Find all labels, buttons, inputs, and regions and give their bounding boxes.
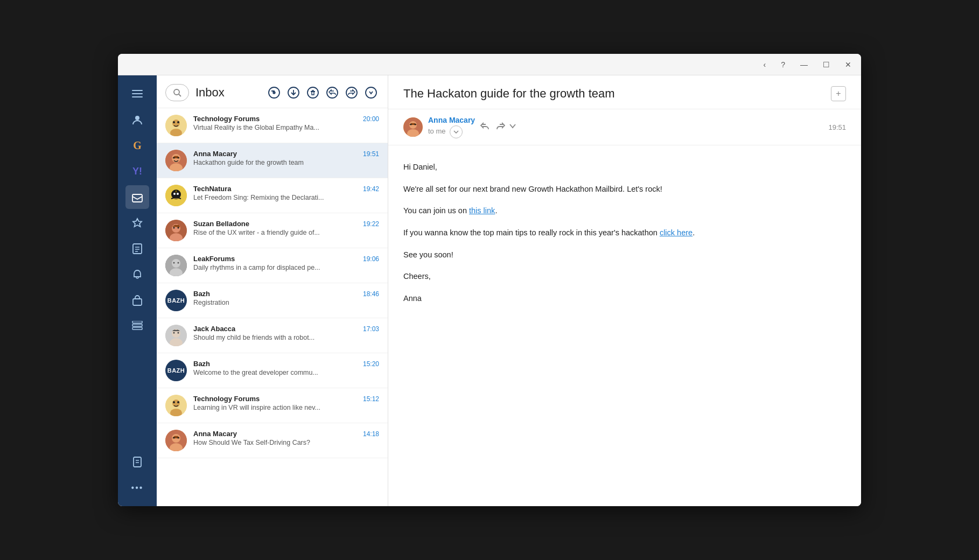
email-item[interactable]: Anna Macary 19:51 Hackathon guide for th… — [157, 143, 388, 178]
email-item[interactable]: Anna Macary 14:18 How Should We Tax Self… — [157, 423, 388, 458]
svg-point-51 — [173, 262, 175, 264]
svg-point-66 — [173, 437, 175, 439]
email-subject: Daily rhythms in a camp for displaced pe… — [193, 264, 379, 271]
svg-point-33 — [177, 121, 179, 123]
svg-point-3 — [135, 116, 139, 120]
sidebar: G Y! — [118, 75, 157, 506]
email-meta: Bazh 15:20 — [193, 360, 379, 368]
email-item[interactable]: BAZH Bazh 15:20 Welcome to the great dev… — [157, 353, 388, 388]
svg-point-71 — [410, 124, 412, 125]
avatar: BAZH — [165, 360, 187, 381]
reply-icon-button[interactable] — [480, 122, 491, 133]
forward-button[interactable] — [344, 85, 360, 101]
svg-point-32 — [173, 121, 175, 123]
svg-rect-4 — [132, 194, 142, 202]
sidebar-yahoo[interactable]: Y! — [125, 159, 149, 183]
close-button[interactable]: ✕ — [842, 59, 855, 70]
svg-point-28 — [366, 87, 376, 98]
email-item[interactable]: LeakForums 19:06 Daily rhythms in a camp… — [157, 248, 388, 283]
app-window: ‹ ? — ☐ ✕ G — [118, 54, 861, 506]
email-content: TechNatura 19:42 Let Freedom Sing: Remix… — [193, 185, 379, 201]
email-item[interactable]: BAZH Bazh 18:46 Registration — [157, 283, 388, 318]
email-sender: Technology Forums — [193, 115, 260, 123]
email-content: Suzan Belladone 19:22 Rise of the UX wri… — [193, 220, 379, 236]
email-item[interactable]: Technology Forums 20:00 Virtual Reality … — [157, 108, 388, 143]
avatar — [165, 395, 187, 416]
sidebar-notifications[interactable] — [125, 263, 149, 286]
body-greeting: Hi Daniel, — [403, 160, 846, 174]
email-time: 14:18 — [363, 430, 379, 438]
download-button[interactable] — [285, 85, 302, 101]
email-sender: Technology Forums — [193, 395, 260, 403]
email-subject: How Should We Tax Self-Driving Cars? — [193, 439, 379, 446]
email-content: Anna Macary 14:18 How Should We Tax Self… — [193, 430, 379, 446]
email-sender: Suzan Belladone — [193, 220, 249, 228]
forward-icon-button[interactable] — [494, 122, 505, 133]
svg-point-56 — [173, 332, 175, 334]
maximize-button[interactable]: ☐ — [820, 59, 833, 70]
email-time: 19:22 — [363, 220, 379, 228]
svg-point-42 — [177, 193, 179, 195]
email-sender: Anna Macary — [193, 430, 237, 438]
svg-point-49 — [172, 259, 180, 268]
avatar — [165, 185, 187, 206]
delete-button[interactable] — [305, 85, 321, 101]
more-reply-button[interactable] — [508, 122, 517, 133]
detail-time: 19:51 — [828, 123, 846, 131]
add-button[interactable]: + — [831, 86, 846, 101]
sidebar-addressbook[interactable] — [125, 450, 149, 474]
email-sender: LeakForums — [193, 255, 235, 263]
svg-point-62 — [177, 401, 179, 403]
email-meta: Jack Abacca 17:03 — [193, 325, 379, 333]
svg-point-37 — [173, 157, 175, 159]
svg-point-23 — [307, 87, 318, 98]
sidebar-notes[interactable] — [125, 237, 149, 261]
avatar — [165, 220, 187, 241]
titlebar: ‹ ? — ☐ ✕ — [118, 54, 861, 75]
avatar: BAZH — [165, 290, 187, 311]
svg-point-17 — [174, 89, 179, 95]
sidebar-more[interactable]: ••• — [125, 476, 149, 500]
svg-point-46 — [173, 227, 175, 229]
sidebar-inbox[interactable] — [125, 185, 149, 209]
svg-marker-5 — [133, 219, 142, 227]
email-meta: Anna Macary 14:18 — [193, 430, 379, 438]
email-item[interactable]: Jack Abacca 17:03 Should my child be fri… — [157, 318, 388, 353]
expand-sender-button[interactable] — [450, 125, 463, 138]
click-here-link[interactable]: click here — [660, 228, 693, 237]
more-button[interactable] — [363, 85, 379, 101]
body-paragraph6: Anna — [403, 292, 846, 305]
sidebar-google[interactable]: G — [125, 134, 149, 157]
sidebar-starred[interactable] — [125, 211, 149, 235]
email-sender: TechNatura — [193, 185, 232, 193]
email-time: 19:51 — [363, 150, 379, 158]
body-paragraph4: See you soon! — [403, 248, 846, 262]
email-item[interactable]: TechNatura 19:42 Let Freedom Sing: Remix… — [157, 178, 388, 213]
email-item[interactable]: Suzan Belladone 19:22 Rise of the UX wri… — [157, 213, 388, 248]
email-subject: Rise of the UX writer - a friendly guide… — [193, 229, 379, 236]
svg-point-61 — [173, 401, 175, 403]
this-link[interactable]: this link — [469, 206, 495, 215]
minimize-button[interactable]: — — [797, 59, 811, 70]
compose-button[interactable] — [266, 85, 282, 101]
sidebar-bag[interactable] — [125, 289, 149, 312]
email-time: 15:20 — [363, 360, 379, 368]
email-meta: LeakForums 19:06 — [193, 255, 379, 263]
sidebar-contacts[interactable] — [125, 108, 149, 131]
svg-point-72 — [415, 124, 416, 125]
email-meta: TechNatura 19:42 — [193, 185, 379, 193]
app-body: G Y! — [118, 75, 861, 506]
reply-button[interactable] — [324, 85, 340, 101]
sidebar-menu[interactable] — [125, 82, 149, 106]
email-time: 19:06 — [363, 255, 379, 263]
avatar — [165, 150, 187, 171]
email-subject: Registration — [193, 299, 379, 306]
body-paragraph1: We're all set for our next brand new Gro… — [403, 183, 846, 196]
search-box[interactable] — [165, 84, 189, 101]
email-item[interactable]: Technology Forums 15:12 Learning in VR w… — [157, 388, 388, 423]
inbox-title: Inbox — [195, 86, 260, 100]
help-button[interactable]: ? — [778, 59, 788, 70]
body-paragraph3: If you wanna know the top main tips to r… — [403, 226, 846, 240]
back-button[interactable]: ‹ — [760, 59, 770, 70]
sidebar-tags[interactable] — [125, 314, 149, 338]
